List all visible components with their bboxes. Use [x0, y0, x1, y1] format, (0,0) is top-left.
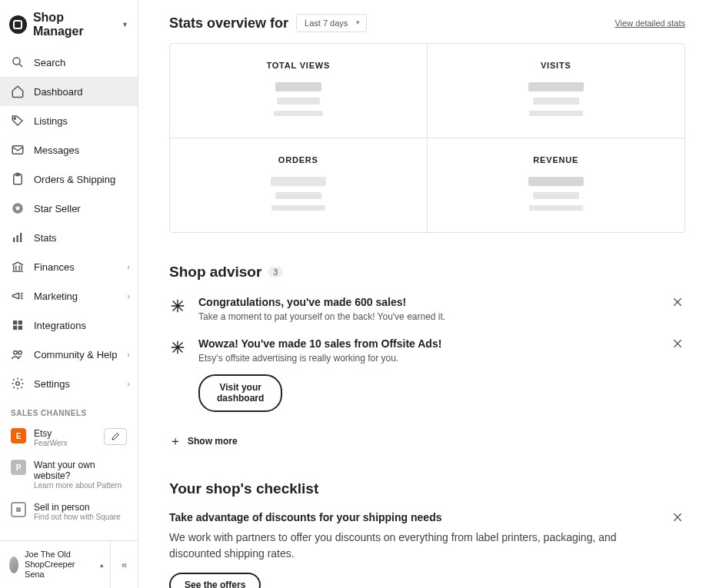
sidebar-item-label: Star Seller — [34, 203, 81, 214]
mail-icon — [11, 143, 25, 157]
svg-point-2 — [14, 118, 15, 119]
megaphone-icon — [11, 289, 25, 303]
user-name: Joe The Old ShopCreeper Sena — [25, 550, 91, 580]
sidebar-item-label: Listings — [34, 115, 68, 127]
chevron-right-icon: › — [127, 379, 130, 388]
stat-label: TOTAL VIEWS — [185, 61, 411, 70]
svg-point-0 — [13, 58, 20, 65]
main-content: Stats overview for Last 7 days View deta… — [138, 0, 716, 588]
checklist-title: Your shop's checklist — [169, 480, 685, 497]
people-icon — [11, 347, 25, 361]
view-detailed-stats-link[interactable]: View detailed stats — [614, 18, 685, 28]
sidebar-item-listings[interactable]: Listings — [0, 106, 138, 135]
sidebar: Shop Manager ▼ Search Dashboard Listings — [0, 0, 138, 588]
sidebar-item-label: Settings — [34, 378, 70, 390]
sidebar-item-marketing[interactable]: Marketing › — [0, 281, 138, 311]
show-more-button[interactable]: ＋ Show more — [169, 434, 685, 450]
brand-title: Shop Manager — [33, 11, 114, 38]
skeleton-loader — [443, 177, 670, 211]
stat-label: VISITS — [443, 61, 670, 70]
sidebar-item-dashboard[interactable]: Dashboard — [0, 77, 138, 106]
sparkle-icon — [169, 297, 186, 314]
checklist-item-title: Take advantage of discounts for your shi… — [169, 511, 685, 523]
svg-line-1 — [19, 64, 22, 67]
sidebar-item-settings[interactable]: Settings › — [0, 369, 138, 398]
advisor-item-title: Congratulations, you've made 600 sales! — [198, 296, 685, 308]
sidebar-item-label: Dashboard — [34, 86, 83, 98]
sidebar-item-label: Integrations — [34, 320, 86, 331]
svg-rect-7 — [13, 238, 15, 242]
advisor-count-badge: 3 — [268, 267, 283, 277]
period-select[interactable]: Last 7 days — [296, 14, 367, 32]
svg-point-16 — [16, 382, 20, 386]
show-more-label: Show more — [188, 436, 238, 447]
clipboard-icon — [11, 172, 25, 186]
advisor-item-desc: Etsy's offsite advertising is really wor… — [198, 353, 685, 364]
close-icon[interactable] — [671, 511, 685, 525]
visit-dashboard-button[interactable]: Visit your dashboard — [198, 374, 282, 412]
channel-pattern[interactable]: P Want your own website? Learn more abou… — [0, 453, 138, 496]
home-icon — [11, 85, 25, 98]
chevron-right-icon: › — [127, 350, 130, 359]
sidebar-item-orders[interactable]: Orders & Shipping — [0, 164, 138, 194]
tag-icon — [11, 114, 25, 128]
overview-title: Stats overview for — [169, 15, 288, 32]
plus-icon: ＋ — [169, 434, 181, 450]
square-badge-icon — [11, 502, 26, 517]
chevron-up-icon: ▴ — [100, 561, 104, 569]
svg-rect-12 — [13, 326, 17, 330]
sidebar-item-integrations[interactable]: Integrations — [0, 311, 138, 340]
skeleton-loader — [185, 177, 411, 211]
pattern-badge-icon: P — [11, 460, 26, 475]
sidebar-item-star-seller[interactable]: Star Seller — [0, 194, 138, 223]
sparkle-icon — [169, 339, 186, 356]
sidebar-item-label: Marketing — [34, 291, 78, 302]
edit-channel-button[interactable] — [104, 428, 127, 445]
stat-visits: VISITS — [428, 44, 685, 138]
sales-channels-label: SALES CHANNELS — [0, 398, 138, 422]
sidebar-item-finances[interactable]: Finances › — [0, 252, 138, 281]
sidebar-item-label: Community & Help — [34, 349, 117, 360]
advisor-item: Congratulations, you've made 600 sales! … — [169, 281, 685, 322]
sidebar-item-messages[interactable]: Messages — [0, 135, 138, 164]
advisor-item-title: Wowza! You've made 10 sales from Offsite… — [198, 337, 685, 350]
overview-header: Stats overview for Last 7 days View deta… — [169, 0, 685, 43]
stats-grid: TOTAL VIEWS VISITS ORDERS REVENUE — [169, 43, 685, 233]
brand[interactable]: Shop Manager ▼ — [0, 0, 138, 48]
svg-rect-8 — [17, 235, 18, 242]
svg-rect-9 — [20, 233, 22, 242]
gear-icon — [11, 377, 25, 390]
stat-label: REVENUE — [443, 155, 670, 164]
checklist-section: Your shop's checklist Take advantage of … — [169, 480, 685, 588]
chevron-right-icon: › — [127, 291, 130, 301]
grid-icon — [11, 318, 25, 332]
avatar — [9, 556, 18, 573]
channel-sub: FearWerx — [34, 439, 96, 447]
collapse-sidebar-button[interactable]: « — [110, 541, 138, 588]
channel-square[interactable]: Sell in person Find out how with Square — [0, 496, 138, 527]
star-icon — [11, 201, 25, 215]
svg-rect-10 — [13, 321, 17, 324]
bars-icon — [11, 231, 25, 244]
channel-etsy[interactable]: E Etsy FearWerx — [0, 422, 138, 453]
user-menu[interactable]: Joe The Old ShopCreeper Sena ▴ — [0, 550, 110, 580]
sidebar-item-stats[interactable]: Stats — [0, 223, 138, 252]
channel-sub: Find out how with Square — [34, 513, 127, 521]
skeleton-loader — [443, 82, 670, 116]
close-icon[interactable] — [671, 296, 685, 310]
channel-title: Etsy — [34, 428, 96, 439]
see-offers-button[interactable]: See the offers — [169, 573, 261, 588]
sidebar-item-community[interactable]: Community & Help › — [0, 340, 138, 369]
channel-sub: Learn more about Pattern — [34, 481, 127, 490]
etsy-badge-icon: E — [11, 428, 26, 443]
stat-orders: ORDERS — [170, 138, 428, 232]
close-icon[interactable] — [671, 337, 685, 351]
channel-title: Sell in person — [34, 502, 127, 513]
svg-point-15 — [18, 351, 22, 355]
svg-rect-13 — [18, 326, 22, 330]
sidebar-item-label: Orders & Shipping — [34, 174, 115, 185]
sidebar-item-label: Stats — [34, 232, 57, 244]
stat-revenue: REVENUE — [428, 138, 685, 232]
advisor-item: Wowza! You've made 10 sales from Offsite… — [169, 322, 685, 412]
sidebar-item-search[interactable]: Search — [0, 48, 138, 77]
